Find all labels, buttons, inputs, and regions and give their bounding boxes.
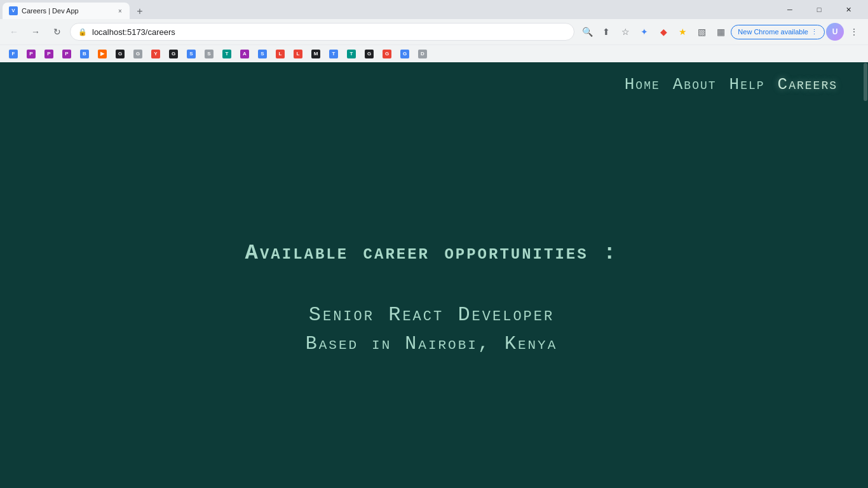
job-listing: Senior React Developer Based in Nairobi,… xyxy=(306,303,558,355)
extensions-button[interactable]: ▧ xyxy=(693,23,710,41)
bookmark-item[interactable]: B xyxy=(76,48,93,60)
bookmark-item[interactable]: T xyxy=(343,48,360,60)
extension-2[interactable]: ◆ xyxy=(654,23,672,41)
menu-button[interactable]: ⋮ xyxy=(845,23,863,41)
main-content: Available career opportunities : Senior … xyxy=(0,107,863,488)
bookmark-favicon: S xyxy=(258,50,267,58)
scrollbar-thumb[interactable] xyxy=(864,63,867,101)
title-bar: V Careers | Dev App × + ─ □ ✕ xyxy=(0,0,868,19)
bookmark-favicon: F xyxy=(9,50,18,58)
bookmark-favicon: P xyxy=(62,50,71,58)
bookmark-item[interactable]: P xyxy=(41,48,57,60)
bookmark-item[interactable]: ▶ xyxy=(94,48,111,60)
job-location: Based in Nairobi, Kenya xyxy=(306,333,558,355)
bookmark-item[interactable]: L xyxy=(290,48,306,60)
page-content: HomeAboutHelpCareers Available career op… xyxy=(0,62,863,488)
page-wrapper: HomeAboutHelpCareers Available career op… xyxy=(0,62,868,488)
bookmark-favicon: T xyxy=(222,50,231,58)
nav-links: HomeAboutHelpCareers xyxy=(625,75,837,94)
tab-title: Careers | Dev App xyxy=(22,7,112,15)
site-navigation: HomeAboutHelpCareers xyxy=(0,62,863,107)
bookmark-favicon: D xyxy=(418,50,427,58)
extension-1[interactable]: ✦ xyxy=(635,23,653,41)
bookmark-item[interactable]: Y xyxy=(147,48,164,60)
bookmark-favicon: Y xyxy=(151,50,160,58)
sidebar-button[interactable]: ▦ xyxy=(712,23,729,41)
new-chrome-label: New Chrome available xyxy=(738,28,808,36)
window-controls: ─ □ ✕ xyxy=(770,0,868,19)
back-button[interactable]: ← xyxy=(5,23,23,41)
bookmark-item[interactable]: A xyxy=(236,48,253,60)
bookmark-favicon: P xyxy=(44,50,53,58)
nav-link-about[interactable]: About xyxy=(673,75,717,94)
bookmark-item[interactable]: G xyxy=(130,48,146,60)
forward-button[interactable]: → xyxy=(27,23,44,41)
bookmark-item[interactable]: S xyxy=(254,48,271,60)
share-button[interactable]: ⬆ xyxy=(597,23,615,41)
address-input[interactable] xyxy=(92,27,566,37)
bookmark-favicon: G xyxy=(383,50,391,58)
browser-frame: V Careers | Dev App × + ─ □ ✕ ← → ↻ 🔒 🔍 … xyxy=(0,0,868,488)
bookmark-item[interactable]: S xyxy=(201,48,217,60)
job-title: Senior React Developer xyxy=(306,303,558,327)
bookmark-favicon: S xyxy=(205,50,214,58)
bookmark-favicon: G xyxy=(365,50,374,58)
active-tab[interactable]: V Careers | Dev App × xyxy=(3,3,130,19)
bookmark-favicon: B xyxy=(80,50,89,58)
bookmark-favicon: A xyxy=(240,50,249,58)
tab-close-button[interactable]: × xyxy=(116,6,125,15)
bookmark-item[interactable]: S xyxy=(183,48,200,60)
nav-link-help[interactable]: Help xyxy=(729,75,765,94)
bookmark-item[interactable]: L xyxy=(272,48,288,60)
bookmark-item[interactable]: T xyxy=(325,48,342,60)
bookmark-favicon: G xyxy=(400,50,409,58)
bookmark-item[interactable]: G xyxy=(165,48,182,60)
nav-link-careers[interactable]: Careers xyxy=(778,75,837,94)
bookmark-item[interactable]: M xyxy=(308,48,324,60)
toolbar-right: 🔍 ⬆ ☆ ✦ ◆ ★ ▧ ▦ New Chrome available ⋮ U… xyxy=(578,23,863,41)
secure-icon: 🔒 xyxy=(78,28,87,36)
bookmark-favicon: P xyxy=(27,50,36,58)
bookmark-item[interactable]: T xyxy=(219,48,235,60)
profile-avatar[interactable]: U xyxy=(826,23,844,41)
bookmark-item[interactable]: G xyxy=(379,48,395,60)
refresh-button[interactable]: ↻ xyxy=(48,23,66,41)
new-chrome-button[interactable]: New Chrome available ⋮ xyxy=(731,25,825,39)
new-tab-button[interactable]: + xyxy=(132,4,147,19)
minimize-button[interactable]: ─ xyxy=(775,0,804,19)
extension-3[interactable]: ★ xyxy=(674,23,691,41)
toolbar: ← → ↻ 🔒 🔍 ⬆ ☆ ✦ ◆ ★ ▧ ▦ New Chrome avail… xyxy=(0,19,868,44)
maximize-button[interactable]: □ xyxy=(804,0,834,19)
bookmark-item[interactable]: G xyxy=(361,48,377,60)
nav-link-home[interactable]: Home xyxy=(625,75,660,94)
address-bar[interactable]: 🔒 xyxy=(70,23,574,41)
bookmark-favicon: S xyxy=(187,50,196,58)
bookmark-favicon: L xyxy=(276,50,285,58)
bookmark-favicon: L xyxy=(294,50,302,58)
bookmark-favicon: T xyxy=(347,50,356,58)
bookmark-item[interactable]: G xyxy=(112,48,128,60)
bookmark-favicon: G xyxy=(169,50,178,58)
section-title: Available career opportunities : xyxy=(245,241,618,265)
search-button[interactable]: 🔍 xyxy=(578,23,596,41)
bookmark-item[interactable]: P xyxy=(58,48,75,60)
tab-favicon: V xyxy=(9,6,18,15)
bookmark-item[interactable]: P xyxy=(23,48,39,60)
bookmark-favicon: G xyxy=(133,50,142,58)
scrollbar-track xyxy=(863,62,868,488)
bookmarks-bar: FPPPB▶GGYGSSTASLLMTTGGGD xyxy=(0,44,868,62)
bookmark-item[interactable]: G xyxy=(397,48,413,60)
new-chrome-chevron: ⋮ xyxy=(811,28,818,36)
tabs-area: V Careers | Dev App × + xyxy=(0,0,770,19)
close-button[interactable]: ✕ xyxy=(834,0,863,19)
bookmark-favicon: T xyxy=(329,50,338,58)
bookmark-favicon: G xyxy=(116,50,125,58)
bookmark-item[interactable]: D xyxy=(414,48,431,60)
bookmark-favicon: ▶ xyxy=(98,50,107,58)
bookmark-favicon: M xyxy=(311,50,320,58)
bookmark-item[interactable]: F xyxy=(5,48,22,60)
bookmark-button[interactable]: ☆ xyxy=(616,23,634,41)
